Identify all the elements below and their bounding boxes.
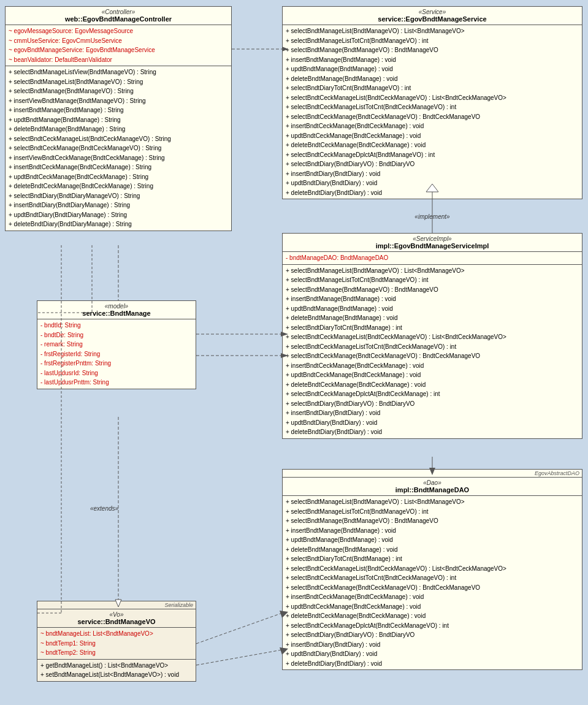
list-item: + selectBndtCeckManageListTotCnt(BndtCec… xyxy=(286,573,579,583)
list-item: - bndtId: String xyxy=(40,321,193,330)
list-item: + deleteBndtCeckManage(BndtCeckManage) :… xyxy=(9,181,228,191)
list-item: + updtBndtCeckManage(BndtCeckManage) : v… xyxy=(286,131,579,141)
list-item: + insertBndtManage(BndtManage) : String xyxy=(9,105,228,115)
list-item: ~ egovMessageSource: EgovMessageSource xyxy=(9,26,228,36)
list-item: + deleteBndtCeckManage(BndtCeckManage) :… xyxy=(286,611,579,621)
serviceimpl-box: «ServiceImpl» impl::EgovBndtManageServic… xyxy=(282,233,582,439)
list-item: - frstRegisterPnttm: String xyxy=(40,359,193,368)
list-item: + insertBndtCeckManage(BndtCeckManage) :… xyxy=(9,162,228,172)
list-item: + selectBndtManageListTotCnt(BndtManageV… xyxy=(286,36,579,46)
list-item: + selectBndtCeckManageDplctAt(BndtCeckMa… xyxy=(286,621,579,631)
serviceimpl-stereotype: «ServiceImpl» xyxy=(286,235,579,242)
vo-name: service::BndtManageVO xyxy=(40,618,193,625)
list-item: + setBndtManageList(List<BndtManageVO>) … xyxy=(40,670,193,680)
list-item: + insertBndtCeckManage(BndtCeckManage) :… xyxy=(286,121,579,131)
vo-header: «Vo» service::BndtManageVO xyxy=(37,609,196,628)
list-item: + insertBndtCeckManage(BndtCeckManage) :… xyxy=(286,592,579,602)
dao-stereotype: «Dao» xyxy=(286,479,579,486)
list-item: + selectBndtCeckManageDplctAt(BndtManage… xyxy=(286,150,579,160)
list-item: + selectBndtManageList(BndtManageVO) : S… xyxy=(9,77,228,87)
serviceimpl-fields: - bndtManageDAO: BndtManageDAO xyxy=(283,252,582,265)
list-item: - lastUpdusrPnttm: String xyxy=(40,378,193,387)
serializable-label: Serializable xyxy=(37,601,196,609)
serviceimpl-name: impl::EgovBndtManageServiceImpl xyxy=(286,242,579,250)
list-item: ~ bndtTemp2: String xyxy=(40,648,193,658)
list-item: + updtBndtManage(BndtManage) : void xyxy=(286,304,579,314)
list-item: + selectBndtManageListView(BndtManageVO)… xyxy=(9,67,228,77)
list-item: + selectBndtCeckManageDplctAt(BndtCeckMa… xyxy=(286,389,579,399)
list-item: + selectBndtCeckManageListTotCnt(BndtCec… xyxy=(286,102,579,112)
dao-name: impl::BndtManageDAO xyxy=(286,486,579,494)
list-item: ~ bndtTemp1: String xyxy=(40,639,193,649)
list-item: - lastUpdusrId: String xyxy=(40,368,193,378)
list-item: + deleteBndtManage(BndtManage) : String xyxy=(9,124,228,134)
svg-line-15 xyxy=(196,650,282,665)
list-item: + selectBndtManageList(BndtManageVO) : L… xyxy=(286,266,579,276)
list-item: + deleteBndtDiary(BndtDiary) : void xyxy=(286,659,579,669)
controller-fields: ~ egovMessageSource: EgovMessageSource~ … xyxy=(6,25,231,66)
list-item: + selectBndtDiaryTotCnt(BndtManage) : in… xyxy=(286,554,579,564)
list-item: ~ egovBndtManageService: EgovBndtManageS… xyxy=(9,45,228,55)
list-item: + deleteBndtDiary(BndtDiary) : void xyxy=(286,427,579,437)
model-stereotype: «model» xyxy=(40,303,193,310)
service-header: «Service» service::EgovBndtManageService xyxy=(283,7,582,25)
list-item: + selectBndtCeckManageList(BndtCeckManag… xyxy=(286,93,579,103)
list-item: + selectBndtManage(BndtManageVO) : BndtM… xyxy=(286,516,579,526)
list-item: + selectBndtDiaryTotCnt(BndtManageVO) : … xyxy=(286,83,579,93)
dao-methods: + selectBndtManageList(BndtManageVO) : L… xyxy=(283,496,582,669)
list-item: + selectBndtDiary(BndtDiaryVO) : BndtDia… xyxy=(286,159,579,169)
list-item: + updtBndtDiary(BndtDiary) : void xyxy=(286,649,579,659)
service-name: service::EgovBndtManageService xyxy=(286,15,579,23)
list-item: + insertBndtDiary(BndtDiary) : void xyxy=(286,640,579,650)
service-methods: + selectBndtManageList(BndtManageVO) : L… xyxy=(283,25,582,199)
controller-header: «Controller» web::EgovBndtManageControll… xyxy=(6,7,231,25)
list-item: ~ bndtManageList: List<BndtManageVO> xyxy=(40,629,193,639)
list-item: + insertBndtManage(BndtManage) : void xyxy=(286,526,579,536)
extends-label: «extends» xyxy=(74,505,135,512)
list-item: + updtBndtDiary(BndtDiary) : void xyxy=(286,178,579,188)
list-item: ~ cmmUseService: EgovCmmUseService xyxy=(9,36,228,46)
list-item: + updtBndtCeckManage(BndtCeckManage) : v… xyxy=(286,602,579,612)
list-item: + selectBndtCeckManageList(BndtCeckManag… xyxy=(286,564,579,574)
svg-line-13 xyxy=(196,613,282,644)
list-item: + updtBndtDiary(BndtDiaryManage) : Strin… xyxy=(9,210,228,220)
model-header: «model» service::BndtManage xyxy=(37,301,196,319)
controller-box: «Controller» web::EgovBndtManageControll… xyxy=(5,6,232,231)
list-item: + selectBndtDiary(BndtDiaryVO) : BndtDia… xyxy=(286,630,579,640)
list-item: + selectBndtDiaryTotCnt(BndtManage) : in… xyxy=(286,323,579,333)
list-item: + selectBndtDiary(BndtDiaryManageVO) : S… xyxy=(9,191,228,201)
list-item: + deleteBndtCeckManage(BndtCeckManage) :… xyxy=(286,380,579,390)
list-item: + selectBndtManageListTotCnt(BndtManageV… xyxy=(286,507,579,517)
controller-name: web::EgovBndtManageController xyxy=(9,15,228,23)
list-item: + selectBndtCeckManageListTotCnt(BndtCec… xyxy=(286,342,579,352)
list-item: + updtBndtManage(BndtManage) : String xyxy=(9,115,228,125)
list-item: + deleteBndtCeckManage(BndtCeckManage) :… xyxy=(286,140,579,150)
list-item: + insertBndtManage(BndtManage) : void xyxy=(286,55,579,65)
model-name: service::BndtManage xyxy=(40,310,193,317)
list-item: + selectBndtCeckManage(BndtCeckManageVO)… xyxy=(286,583,579,593)
implement-label: «implement» xyxy=(386,213,478,220)
list-item: + deleteBndtDiary(BndtDiary) : void xyxy=(286,188,579,198)
list-item: + updtBndtCeckManage(BndtCeckManage) : S… xyxy=(9,172,228,182)
list-item: + selectBndtCeckManageList(BndtCeckManag… xyxy=(286,332,579,342)
serviceimpl-methods: + selectBndtManageList(BndtManageVO) : L… xyxy=(283,265,582,438)
list-item: + deleteBndtManage(BndtManage) : void xyxy=(286,313,579,323)
egov-label: EgovAbstractDAO xyxy=(283,470,582,477)
list-item: + selectBndtCeckManage(BndtCeckManageVO)… xyxy=(9,143,228,153)
list-item: + selectBndtManage(BndtManageVO) : Strin… xyxy=(9,86,228,96)
list-item: + updtBndtDiary(BndtDiary) : void xyxy=(286,418,579,428)
list-item: + deleteBndtManage(BndtManage) : void xyxy=(286,545,579,555)
list-item: + selectBndtManageListTotCnt(BndtManageV… xyxy=(286,275,579,285)
list-item: - frstRegisterId: String xyxy=(40,349,193,359)
list-item: - remark: String xyxy=(40,340,193,349)
list-item: + selectBndtManageList(BndtManageVO) : L… xyxy=(286,26,579,36)
list-item: + insertViewBndtCeckManage(BndtCeckManag… xyxy=(9,153,228,163)
list-item: - bndtDe: String xyxy=(40,330,193,340)
list-item: + deleteBndtManage(BndtManage) : void xyxy=(286,74,579,84)
service-stereotype: «Service» xyxy=(286,9,579,15)
service-box: «Service» service::EgovBndtManageService… xyxy=(282,6,582,199)
list-item: ~ beanValidator: DefaultBeanValidator xyxy=(9,55,228,65)
list-item: + deleteBndtDiary(BndtDiaryManage) : Str… xyxy=(9,219,228,229)
list-item: + insertBndtDiary(BndtDiaryManage) : Str… xyxy=(9,200,228,210)
model-fields: - bndtId: String- bndtDe: String- remark… xyxy=(37,319,196,389)
